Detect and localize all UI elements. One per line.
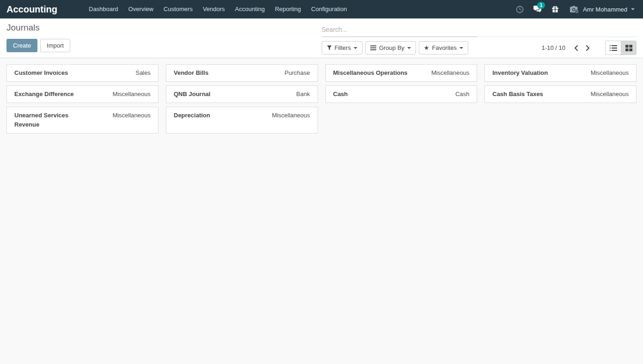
journal-type: Purchase bbox=[285, 68, 310, 78]
menu-item-vendors[interactable]: Vendors bbox=[198, 0, 230, 18]
journal-type: Miscellaneous bbox=[272, 111, 310, 129]
menu-item-configuration[interactable]: Configuration bbox=[306, 0, 352, 18]
journal-type: Miscellaneous bbox=[431, 68, 469, 78]
journal-name: Depreciation bbox=[174, 111, 249, 129]
activities-button[interactable] bbox=[511, 0, 529, 18]
chevron-down-icon bbox=[459, 47, 463, 49]
top-navbar: Accounting DashboardOverviewCustomersVen… bbox=[0, 0, 643, 18]
journal-card[interactable]: Unearned Services RevenueMiscellaneous bbox=[6, 107, 159, 133]
journal-card[interactable]: Cash Basis TaxesMiscellaneous bbox=[484, 85, 637, 103]
journal-type: Miscellaneous bbox=[112, 111, 150, 129]
message-counter-badge: 1 bbox=[537, 2, 545, 9]
pager-next-button[interactable] bbox=[582, 42, 594, 54]
menu-item-accounting[interactable]: Accounting bbox=[230, 0, 269, 18]
action-buttons: Create Import bbox=[6, 39, 322, 52]
app-brand[interactable]: Accounting bbox=[0, 4, 57, 15]
kanban-view-button[interactable] bbox=[621, 41, 636, 55]
journal-type: Miscellaneous bbox=[591, 68, 629, 78]
favorites-dropdown[interactable]: ★ Favorites bbox=[419, 41, 468, 55]
journal-card[interactable]: Exchange DifferenceMiscellaneous bbox=[6, 85, 159, 103]
kanban-grid-icon bbox=[625, 45, 632, 51]
filters-dropdown[interactable]: Filters bbox=[322, 41, 362, 55]
journal-name: Cash Basis Taxes bbox=[492, 90, 567, 99]
menu-item-customers[interactable]: Customers bbox=[159, 0, 198, 18]
messages-button[interactable]: 1 bbox=[529, 0, 546, 18]
main-menu: DashboardOverviewCustomersVendorsAccount… bbox=[84, 0, 352, 18]
journal-card[interactable]: CashCash bbox=[325, 85, 478, 103]
pager-previous-button[interactable] bbox=[570, 42, 582, 54]
list-icon bbox=[610, 45, 617, 51]
journal-name: Cash bbox=[333, 90, 408, 99]
journal-name: Exchange Difference bbox=[14, 90, 89, 99]
journals-kanban: Customer InvoicesSalesVendor BillsPurcha… bbox=[0, 58, 643, 140]
view-switcher bbox=[605, 41, 637, 55]
journal-type: Cash bbox=[455, 90, 469, 99]
control-panel-left: Journals Create Import bbox=[0, 18, 322, 58]
journal-card[interactable]: Inventory ValuationMiscellaneous bbox=[484, 64, 637, 82]
chevron-down-icon bbox=[407, 47, 411, 49]
create-button[interactable]: Create bbox=[6, 39, 37, 52]
journal-type: Bank bbox=[296, 90, 310, 99]
filters-label: Filters bbox=[335, 44, 351, 51]
journal-name: Customer Invoices bbox=[14, 68, 89, 78]
bars-icon bbox=[370, 45, 376, 50]
filter-funnel-icon bbox=[327, 45, 332, 50]
list-view-button[interactable] bbox=[606, 41, 621, 55]
user-menu[interactable]: Amr Mohammed bbox=[564, 0, 637, 18]
search-controls-row: Filters Group By ★ Favorites 1-10 bbox=[322, 41, 637, 55]
search-input[interactable] bbox=[322, 25, 637, 36]
gift-icon bbox=[551, 6, 559, 13]
pager-value: 1-10 / 10 bbox=[542, 44, 565, 51]
journal-name: Vendor Bills bbox=[174, 68, 249, 78]
clock-icon bbox=[516, 6, 524, 13]
navbar-right: 1 bbox=[511, 0, 643, 18]
journal-type: Miscellaneous bbox=[591, 90, 629, 99]
control-panel-right: Filters Group By ★ Favorites 1-10 bbox=[322, 18, 643, 58]
chevron-down-icon bbox=[631, 8, 635, 10]
menu-item-overview[interactable]: Overview bbox=[123, 0, 159, 18]
journal-name: Inventory Valuation bbox=[492, 68, 567, 78]
avatar-camera-icon bbox=[570, 6, 579, 13]
menu-item-reporting[interactable]: Reporting bbox=[270, 0, 306, 18]
journal-type: Sales bbox=[135, 68, 151, 78]
group-by-dropdown[interactable]: Group By bbox=[365, 41, 416, 55]
search-bar bbox=[322, 25, 637, 37]
journal-type: Miscellaneous bbox=[112, 90, 150, 99]
page-title: Journals bbox=[6, 23, 322, 33]
journal-name: Miscellaneous Operations bbox=[333, 68, 408, 78]
star-icon: ★ bbox=[424, 45, 429, 51]
filter-group: Filters Group By ★ Favorites bbox=[322, 41, 468, 55]
journal-card[interactable]: Customer InvoicesSales bbox=[6, 64, 159, 82]
journal-name: Unearned Services Revenue bbox=[14, 111, 89, 129]
control-panel: Journals Create Import Filters bbox=[0, 18, 643, 58]
pager: 1-10 / 10 bbox=[542, 42, 594, 54]
journal-card[interactable]: Vendor BillsPurchase bbox=[166, 64, 318, 82]
user-name: Amr Mohammed bbox=[583, 6, 627, 13]
journal-card[interactable]: Miscellaneous OperationsMiscellaneous bbox=[325, 64, 478, 82]
import-button[interactable]: Import bbox=[40, 39, 70, 52]
journal-card[interactable]: QNB JournalBank bbox=[166, 85, 318, 103]
favorites-label: Favorites bbox=[432, 44, 456, 51]
journal-name: QNB Journal bbox=[174, 90, 249, 99]
journal-card[interactable]: DepreciationMiscellaneous bbox=[166, 107, 318, 133]
chevron-down-icon bbox=[354, 47, 357, 49]
group-by-label: Group By bbox=[379, 44, 404, 51]
menu-item-dashboard[interactable]: Dashboard bbox=[84, 0, 123, 18]
gift-button[interactable] bbox=[546, 0, 564, 18]
